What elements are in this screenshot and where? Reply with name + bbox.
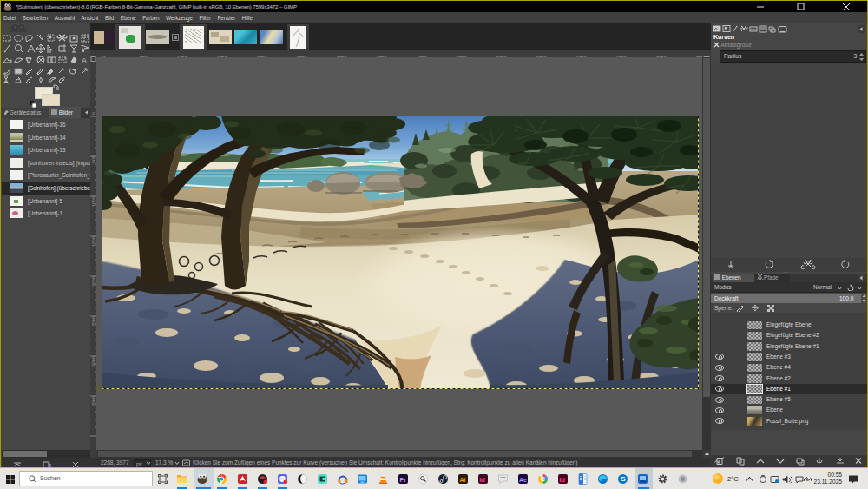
svg-text:3500: 3500 xyxy=(91,396,96,406)
svg-text:S: S xyxy=(621,475,626,483)
svg-text:1500: 1500 xyxy=(91,236,96,247)
svg-text:2500: 2500 xyxy=(91,316,96,327)
svg-text:2000: 2000 xyxy=(91,276,96,287)
svg-text:Ai: Ai xyxy=(460,477,466,483)
svg-text:1000: 1000 xyxy=(91,196,96,207)
svg-text:Pr: Pr xyxy=(400,477,407,483)
svg-text:Id: Id xyxy=(560,477,565,483)
svg-text:500: 500 xyxy=(91,155,96,163)
svg-text:Id: Id xyxy=(480,477,485,483)
svg-text:0: 0 xyxy=(91,112,96,115)
svg-text:Ae: Ae xyxy=(519,477,527,483)
svg-text:A: A xyxy=(82,56,87,65)
svg-text:3000: 3000 xyxy=(91,356,96,367)
